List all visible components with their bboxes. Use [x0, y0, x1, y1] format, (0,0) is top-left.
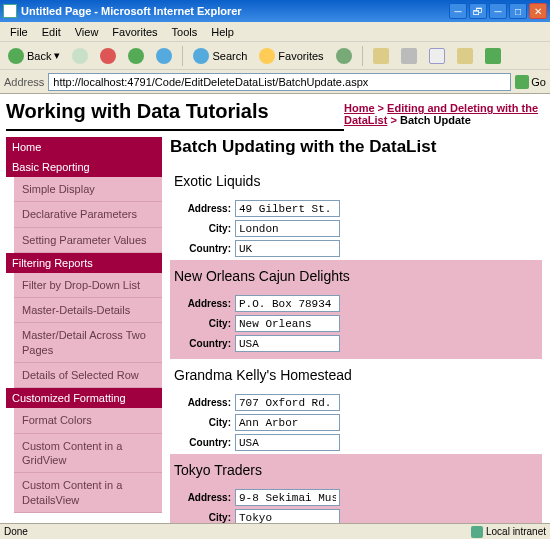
status-text: Done [4, 526, 28, 537]
favorites-button[interactable]: Favorites [255, 46, 327, 66]
forward-button[interactable] [68, 46, 92, 66]
country-field[interactable] [235, 434, 340, 451]
mail-icon [373, 48, 389, 64]
nav-master-detail-two-pages[interactable]: Master/Detail Across Two Pages [14, 323, 162, 363]
zone-label: Local intranet [486, 526, 546, 537]
nav-custom-content-detailsview[interactable]: Custom Content in a DetailsView [14, 473, 162, 513]
print-button[interactable] [397, 46, 421, 66]
page-heading: Batch Updating with the DataList [170, 137, 542, 157]
country-field-label: Country: [170, 437, 235, 448]
nav-setting-parameter-values[interactable]: Setting Parameter Values [14, 228, 162, 253]
minimize2-button[interactable]: ─ [489, 3, 507, 19]
address-label: Address [4, 76, 44, 88]
city-field[interactable] [235, 315, 340, 332]
nav-home[interactable]: Home [6, 137, 162, 157]
favorites-label: Favorites [278, 50, 323, 62]
supplier-block: Grandma Kelly's Homestead Address: City:… [170, 361, 542, 451]
toolbar-sep [182, 46, 183, 66]
menu-favorites[interactable]: Favorites [106, 24, 163, 40]
address-field[interactable] [235, 295, 340, 312]
menu-view[interactable]: View [69, 24, 105, 40]
address-input[interactable] [48, 73, 511, 91]
nav-custom-content-gridview[interactable]: Custom Content in a GridView [14, 434, 162, 474]
favorites-icon [259, 48, 275, 64]
window-title: Untitled Page - Microsoft Internet Explo… [21, 5, 449, 17]
city-field-label: City: [170, 318, 235, 329]
go-label: Go [531, 76, 546, 88]
city-field-label: City: [170, 512, 235, 523]
stop-button[interactable] [96, 46, 120, 66]
address-field-label: Address: [170, 298, 235, 309]
edit-button[interactable] [425, 46, 449, 66]
maximize-button[interactable]: □ [509, 3, 527, 19]
main: Batch Updating with the DataList Exotic … [170, 137, 544, 539]
country-field[interactable] [235, 335, 340, 352]
menu-help[interactable]: Help [205, 24, 240, 40]
breadcrumb-home[interactable]: Home [344, 102, 375, 114]
search-button[interactable]: Search [189, 46, 251, 66]
messenger-button[interactable] [481, 46, 505, 66]
country-field[interactable] [235, 240, 340, 257]
home-icon [156, 48, 172, 64]
discuss-icon [457, 48, 473, 64]
address-field[interactable] [235, 394, 340, 411]
minimize-button[interactable]: ─ [449, 3, 467, 19]
city-field[interactable] [235, 414, 340, 431]
address-bar: Address Go [0, 70, 550, 94]
history-icon [336, 48, 352, 64]
go-button[interactable]: Go [515, 75, 546, 89]
nav-declarative-parameters[interactable]: Declarative Parameters [14, 202, 162, 227]
menu-edit[interactable]: Edit [36, 24, 67, 40]
address-field-label: Address: [170, 397, 235, 408]
refresh-icon [128, 48, 144, 64]
nav-filtering-reports[interactable]: Filtering Reports [6, 253, 162, 273]
city-field[interactable] [235, 220, 340, 237]
address-field[interactable] [235, 489, 340, 506]
address-field-label: Address: [170, 203, 235, 214]
menu-tools[interactable]: Tools [166, 24, 204, 40]
supplier-name: Tokyo Traders [170, 456, 542, 486]
sidebar: Home Basic Reporting Simple Display Decl… [6, 137, 162, 539]
back-button[interactable]: Back ▾ [4, 46, 64, 66]
forward-icon [72, 48, 88, 64]
security-zone: Local intranet [471, 526, 546, 538]
back-icon [8, 48, 24, 64]
app-icon [3, 4, 17, 18]
close-button[interactable]: ✕ [529, 3, 547, 19]
nav-customized-formatting[interactable]: Customized Formatting [6, 388, 162, 408]
content-viewport: Working with Data Tutorials Home > Editi… [0, 94, 550, 539]
discuss-button[interactable] [453, 46, 477, 66]
breadcrumb-current: Batch Update [400, 114, 471, 126]
supplier-name: New Orleans Cajun Delights [170, 262, 542, 292]
history-button[interactable] [332, 46, 356, 66]
nav-format-colors[interactable]: Format Colors [14, 408, 162, 433]
site-title: Working with Data Tutorials [6, 96, 344, 131]
print-icon [401, 48, 417, 64]
refresh-button[interactable] [124, 46, 148, 66]
nav-filter-dropdown[interactable]: Filter by Drop-Down List [14, 273, 162, 298]
toolbar-sep2 [362, 46, 363, 66]
address-field-label: Address: [170, 492, 235, 503]
city-field-label: City: [170, 417, 235, 428]
address-field[interactable] [235, 200, 340, 217]
messenger-icon [485, 48, 501, 64]
status-bar: Done Local intranet [0, 523, 550, 539]
home-button[interactable] [152, 46, 176, 66]
supplier-name: Grandma Kelly's Homestead [170, 361, 542, 391]
toolbar: Back ▾ Search Favorites [0, 42, 550, 70]
zone-icon [471, 526, 483, 538]
nav-simple-display[interactable]: Simple Display [14, 177, 162, 202]
nav-basic-reporting[interactable]: Basic Reporting [6, 157, 162, 177]
search-label: Search [212, 50, 247, 62]
back-label: Back [27, 50, 51, 62]
nav-master-details-details[interactable]: Master-Details-Details [14, 298, 162, 323]
mail-button[interactable] [369, 46, 393, 66]
menu-file[interactable]: File [4, 24, 34, 40]
menubar: File Edit View Favorites Tools Help [0, 22, 550, 42]
restore-button[interactable]: 🗗 [469, 3, 487, 19]
breadcrumb: Home > Editing and Deleting with the Dat… [344, 96, 544, 133]
window-titlebar: Untitled Page - Microsoft Internet Explo… [0, 0, 550, 22]
nav-details-selected-row[interactable]: Details of Selected Row [14, 363, 162, 388]
edit-icon [429, 48, 445, 64]
page-scroll[interactable]: Working with Data Tutorials Home > Editi… [0, 94, 550, 539]
